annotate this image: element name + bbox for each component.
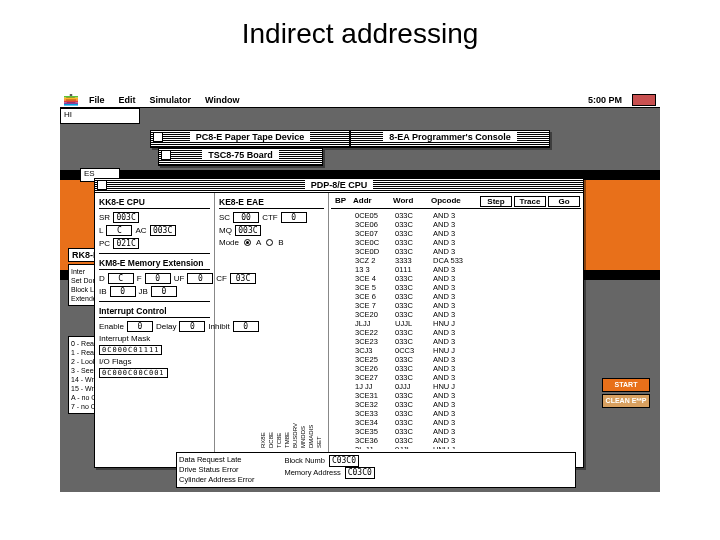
hi-window-stub: HI [60,108,140,124]
desktop-screenshot: File Edit Simulator Window 5:00 PM START… [60,92,660,492]
clean-button[interactable]: CLEAN E**P [602,394,650,408]
d-field[interactable]: C [108,273,134,284]
int-enable-field[interactable]: 0 [127,321,153,332]
programmer-console-window[interactable]: 8-EA Programmer's Console [350,130,550,148]
trace-button[interactable]: Trace [514,196,546,207]
col-opcode: Opcode [427,196,479,207]
ib-field[interactable]: 0 [110,286,136,297]
ac-field[interactable]: 003C [150,225,176,236]
listing-row[interactable]: 3CE 5033CAND 3 [333,283,579,292]
f-field[interactable]: 0 [145,273,171,284]
svg-rect-3 [64,100,78,102]
listing-row[interactable]: 3CE20033CAND 3 [333,310,579,319]
ctf-field[interactable]: 0 [281,212,307,223]
kk8e-cpu-panel: KK8-E CPU SR003C LCAC003C PC021C KM8-E M… [95,193,215,467]
listing-row[interactable]: 3CE 6033CAND 3 [333,292,579,301]
tape-device-window[interactable]: PC8-E Paper Tape Device [150,130,350,148]
intc-title: Interrupt Control [99,306,210,318]
programmer-title: 8-EA Programmer's Console [383,132,516,142]
listing-row[interactable]: JLJJUJJLHNU J [333,319,579,328]
listing-row[interactable]: 13 30111AND 3 [333,265,579,274]
disk-status-panel: Data Request Late Drive Status Error Cyl… [176,452,576,488]
tsc-board-window[interactable]: TSC8-75 Board [158,148,323,166]
listing-row[interactable]: 3CE 4033CAND 3 [333,274,579,283]
svg-rect-2 [64,99,78,101]
desktop-surface: START CLEAN E**P HI ES PC8-E Paper Tape … [60,108,660,492]
listing-row[interactable]: 1J JJ0JJJHNU J [333,382,579,391]
menu-simulator[interactable]: Simulator [143,95,199,105]
sc-field[interactable]: 00 [233,212,259,223]
jb-field[interactable]: 0 [151,286,177,297]
io-flags-label: I/O Flags [99,357,131,366]
step-button[interactable]: Step [480,196,512,207]
close-icon[interactable] [153,132,163,142]
svg-rect-4 [64,102,78,104]
close-icon[interactable] [161,150,171,160]
l-field[interactable]: C [106,225,132,236]
listing-row[interactable]: 3CE25033CAND 3 [333,355,579,364]
pc-field[interactable]: 021C [113,238,139,249]
sr-label: SR [99,213,110,222]
listing-row[interactable]: 3CE32033CAND 3 [333,400,579,409]
col-bp: BP [331,196,349,207]
menubar-app-icon[interactable] [632,94,656,106]
block-label: Block Numb [284,456,324,466]
listing-row[interactable]: 3CE0C033CAND 3 [333,238,579,247]
code-listing[interactable]: 0CE05033CAND 33CE06033CAND 33CE07033CAND… [331,209,581,449]
int-mask-field[interactable]: 0C000C01111 [99,345,162,355]
mem-addr-label: Memory Address [284,468,340,478]
cpu-window-title: PDP-8/E CPU [305,180,374,190]
go-button[interactable]: Go [548,196,580,207]
listing-row[interactable]: 3CE22033CAND 3 [333,328,579,337]
listing-row[interactable]: 0CE05033CAND 3 [333,211,579,220]
memory-address-field[interactable]: C03C0 [345,467,375,479]
listing-row[interactable]: 3L JJ0JJLHNU J [333,445,579,449]
listing-row[interactable]: 3CE36033CAND 3 [333,436,579,445]
col-word: Word [389,196,427,207]
tsc-title: TSC8-75 Board [202,150,279,160]
sr-field[interactable]: 003C [113,212,139,223]
io-flags-field[interactable]: 0C000C00C001 [99,368,168,378]
listing-row[interactable]: 3CE0D033CAND 3 [333,247,579,256]
ac-label: AC [135,226,146,235]
listing-row[interactable]: 3CE27033CAND 3 [333,373,579,382]
menubar-clock[interactable]: 5:00 PM [582,95,628,105]
svg-rect-1 [64,97,78,99]
tape-title: PC8-E Paper Tape Device [190,132,310,142]
ke8e-title: KE8-E EAE [219,197,324,209]
listing-row[interactable]: 3CE33033CAND 3 [333,409,579,418]
menu-window[interactable]: Window [198,95,246,105]
listing-row[interactable]: 3CE34033CAND 3 [333,418,579,427]
apple-logo-icon[interactable] [64,93,78,107]
mode-b-radio[interactable] [266,239,273,246]
mq-field[interactable]: 003C [235,225,261,236]
svg-rect-5 [64,104,78,106]
status-text: Data Request Late [179,455,254,465]
listing-row[interactable]: 3CJ30CC3HNU J [333,346,579,355]
kk8e-title: KK8-E CPU [99,197,210,209]
listing-row[interactable]: 3CE31033CAND 3 [333,391,579,400]
menu-edit[interactable]: Edit [112,95,143,105]
listing-row[interactable]: 3CE 7033CAND 3 [333,301,579,310]
listing-row[interactable]: 3CZ 23333DCA 533 [333,256,579,265]
slide-title: Indirect addressing [0,0,720,58]
listing-row[interactable]: 3CE26033CAND 3 [333,364,579,373]
block-number-field[interactable]: C03C0 [329,455,359,467]
start-button[interactable]: START [602,378,650,392]
menu-file[interactable]: File [82,95,112,105]
listing-row[interactable]: 3CE35033CAND 3 [333,427,579,436]
int-mask-label: Interrupt Mask [99,334,150,343]
listing-row[interactable]: 3CE07033CAND 3 [333,229,579,238]
cpu-window[interactable]: PDP-8/E CPU KK8-E CPU SR003C LCAC003C PC… [94,178,584,468]
int-delay-field[interactable]: 0 [179,321,205,332]
listing-row[interactable]: 3CE23033CAND 3 [333,337,579,346]
device-bit-labels: RX8E DC8E TC8E TM8E BUSDRV MNDDS DMADIS … [260,416,322,448]
col-addr: Addr [349,196,389,207]
status-text: Cylinder Address Error [179,475,254,485]
instruction-listing-panel: BP Addr Word Opcode Step Trace Go 0CE050… [329,193,583,467]
uf-field[interactable]: 0 [187,273,213,284]
mode-a-radio[interactable] [244,239,251,246]
close-icon[interactable] [97,180,107,190]
listing-row[interactable]: 3CE06033CAND 3 [333,220,579,229]
l-label: L [99,226,103,235]
